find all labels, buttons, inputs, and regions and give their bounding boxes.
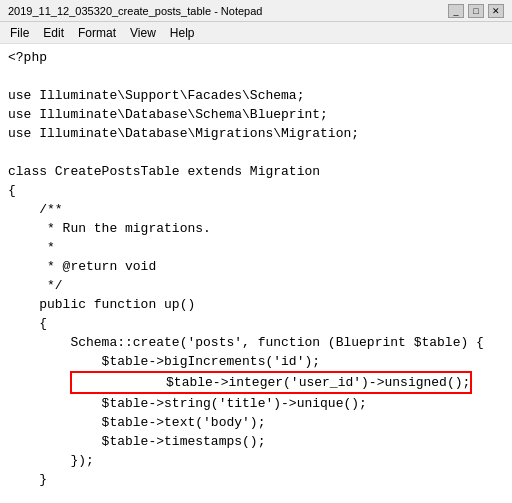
code-line: { [8,314,504,333]
code-line: $table->bigIncrements('id'); [8,352,504,371]
code-line: class CreatePostsTable extends Migration [8,162,504,181]
maximize-button[interactable]: □ [468,4,484,18]
code-line: $table->string('title')->unique(); [8,394,504,413]
code-line: use Illuminate\Database\Schema\Blueprint… [8,105,504,124]
minimize-button[interactable]: _ [448,4,464,18]
code-line: $table->integer('user_id')->unsigned(); [8,371,504,394]
code-line: */ [8,276,504,295]
menu-item-file[interactable]: File [4,24,35,42]
code-line: /** [8,200,504,219]
highlighted-code: $table->integer('user_id')->unsigned(); [70,371,472,394]
code-line: * @return void [8,257,504,276]
code-content: <?php use Illuminate\Support\Facades\Sch… [0,48,512,499]
close-button[interactable]: ✕ [488,4,504,18]
menu-bar: FileEditFormatViewHelp [0,22,512,44]
menu-item-view[interactable]: View [124,24,162,42]
code-line: { [8,181,504,200]
window-title: 2019_11_12_035320_create_posts_table - N… [8,5,262,17]
code-line [8,489,504,503]
code-line: use Illuminate\Support\Facades\Schema; [8,86,504,105]
code-line: $table->timestamps(); [8,432,504,451]
code-line: $table->text('body'); [8,413,504,432]
code-line: public function up() [8,295,504,314]
code-line: use Illuminate\Database\Migrations\Migra… [8,124,504,143]
code-line: }); [8,451,504,470]
title-bar: 2019_11_12_035320_create_posts_table - N… [0,0,512,22]
code-line: * [8,238,504,257]
menu-item-edit[interactable]: Edit [37,24,70,42]
window-controls: _ □ ✕ [448,4,504,18]
code-line: } [8,470,504,489]
code-editor[interactable]: <?php use Illuminate\Support\Facades\Sch… [0,44,512,503]
code-line [8,143,504,162]
menu-item-help[interactable]: Help [164,24,201,42]
menu-item-format[interactable]: Format [72,24,122,42]
code-line [8,67,504,86]
code-line: * Run the migrations. [8,219,504,238]
code-line: <?php [8,48,504,67]
code-line: Schema::create('posts', function (Bluepr… [8,333,504,352]
